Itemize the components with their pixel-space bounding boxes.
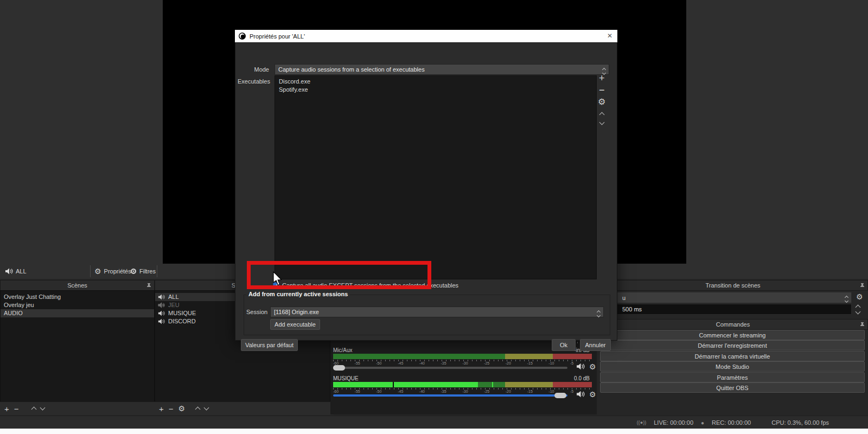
settings-button[interactable]: Paramètres [600,372,865,382]
filters-button[interactable]: Filtres [130,264,156,279]
scene-item[interactable]: Overlay jeu [1,301,154,309]
ok-button[interactable]: Ok [552,339,576,351]
session-select[interactable]: [1168] Origin.exe [270,307,604,317]
active-sessions-group-label: Add from currently active sessions [246,291,350,297]
start-streaming-button[interactable]: Commencer le streaming [600,330,865,340]
dialog-titlebar[interactable]: Propriétés pour 'ALL' ✕ [235,30,617,42]
session-label: Session [246,309,267,315]
meter-scale: -60-55 -50-45 -40-35 -30-25 -20-15 -10-5 [333,361,592,366]
session-value: [1168] Origin.exe [271,309,319,315]
selected-source-name: ALL [16,268,27,275]
remove-executable-icon[interactable]: − [599,86,605,94]
meter-level [333,382,478,387]
rec-dot-icon: ● [701,420,704,426]
scenes-toolbar: + − [0,401,158,415]
dialog-title: Propriétés pour 'ALL' [250,33,305,40]
filter-icon [130,268,137,275]
quit-obs-button[interactable]: Quitter OBS [600,382,865,393]
cpu-stats: CPU: 0.3%, 60.00 fps [771,419,829,426]
executable-settings-gear-icon[interactable]: ⚙ [598,98,605,106]
executables-label: Executables [238,78,269,85]
defaults-button[interactable]: Valeurs par défaut [241,339,298,351]
meter-scale: -60-55 -50-45 -40-35 -30-25 -20-15 -10-5 [333,390,592,394]
start-virtual-camera-button[interactable]: Démarrer la caméra virtuelle [600,351,865,361]
channel-settings-gear-icon[interactable]: ⚙ [589,391,596,398]
commands-panel-header: Commandes [598,319,868,330]
sources-toolbar: + − ⚙ [155,401,334,415]
transition-title: Transition de scènes [705,282,760,289]
gear-icon: ⚙ [94,267,101,275]
meter-peak-marker [492,382,493,387]
toolbar-separator [90,265,91,277]
channel-settings-gear-icon[interactable]: ⚙ [589,363,596,371]
obs-logo-icon [239,33,246,40]
cancel-button[interactable]: Annuler [580,339,611,351]
commands-title: Commandes [716,321,750,328]
transition-panel-header: Transition de scènes [598,280,868,291]
move-scene-up-button[interactable] [31,407,36,412]
pin-icon[interactable] [860,283,865,288]
speaker-icon [158,318,165,324]
live-signal-icon: ((●)) [637,420,646,425]
speaker-icon [158,294,165,300]
add-executable-button[interactable]: Add executable [270,319,320,330]
remove-source-button[interactable]: − [169,405,174,413]
properties-dialog: Propriétés pour 'ALL' ✕ Mode Capture aud… [235,30,617,341]
executable-item[interactable]: Spotify.exe [275,86,596,94]
add-source-button[interactable]: + [159,405,164,413]
studio-mode-button[interactable]: Mode Studio [600,361,865,372]
executables-list[interactable]: Discord.exe Spotify.exe [275,75,597,279]
source-properties-button[interactable]: ⚙ [178,405,186,412]
executable-item[interactable]: Discord.exe [275,78,596,86]
properties-button[interactable]: ⚙ Propriétés [94,264,131,279]
mixer-channel-db: 0.0 dB [535,375,590,381]
volume-meter [333,354,592,359]
mode-label: Mode [240,66,269,73]
mode-value: Capture audio sessions from a selection … [275,66,425,73]
volume-meter [333,382,592,387]
volume-slider-handle[interactable] [333,365,345,371]
transition-settings-gear-icon[interactable]: ⚙ [856,293,863,301]
speaker-icon [158,310,165,316]
scenes-panel-header: Scènes [0,280,155,291]
mode-select[interactable]: Capture audio sessions from a selection … [275,64,609,75]
speaker-icon [5,268,13,275]
volume-slider[interactable] [333,367,567,369]
scene-item-selected[interactable]: AUDIO [1,309,154,317]
mixer-channel-name: Mic/Aux [333,347,353,353]
mute-button-speaker-icon[interactable] [576,363,585,370]
dialog-body: Mode Capture audio sessions from a selec… [235,42,617,341]
stepper-down-icon [856,309,861,315]
move-scene-down-button[interactable] [40,405,45,411]
move-source-up-button[interactable] [195,407,201,412]
status-bar: ((●)) LIVE: 00:00:00 ● REC: 00:00:00 CPU… [0,416,868,429]
rec-time: REC: 00:00:00 [712,419,751,426]
toolbar-separator [157,265,157,277]
scenes-title: Scènes [67,282,87,289]
bottom-strip [0,429,868,434]
scenes-list: Overlay Just Chatting Overlay jeu AUDIO [0,290,155,403]
live-time: LIVE: 00:00:00 [654,419,693,426]
transition-duration-input[interactable]: 500 ms [602,304,852,315]
move-down-icon[interactable] [599,120,604,125]
pin-icon[interactable] [146,283,151,288]
move-source-down-button[interactable] [204,405,209,411]
start-recording-button[interactable]: Démarrer l'enregistrement [600,340,865,350]
scene-item[interactable]: Overlay Just Chatting [1,293,154,301]
speaker-icon [158,302,165,308]
remove-scene-button[interactable]: − [14,405,19,413]
obs-window: ALL ⚙ Propriétés Filtres Scènes Overlay … [0,0,868,434]
transition-type-select[interactable]: u [602,292,852,303]
pin-icon[interactable] [860,322,865,327]
mute-button-speaker-icon[interactable] [576,391,585,398]
selected-source-indicator: ALL [5,264,27,279]
close-icon[interactable]: ✕ [607,32,612,40]
add-executable-icon[interactable]: + [599,74,605,82]
volume-slider[interactable] [333,394,567,397]
duration-stepper[interactable] [856,304,860,315]
mixer-channel-name: MUSIQUE [333,375,359,381]
volume-slider-handle[interactable] [554,393,566,398]
mouse-cursor [273,271,284,286]
add-scene-button[interactable]: + [4,405,9,413]
move-up-icon[interactable] [599,112,604,118]
